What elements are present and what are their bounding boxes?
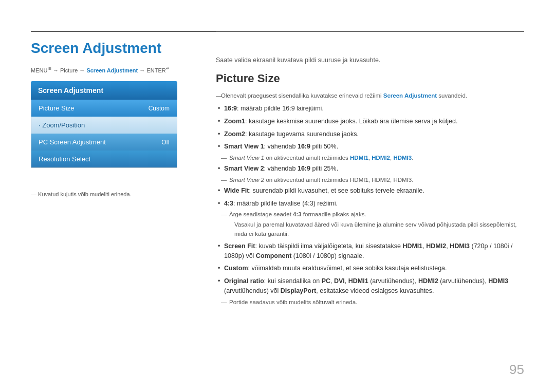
top-divider-right [216,31,524,31]
bullet-screenfit-rest: : kuvab täispildi ilma väljalõigeteta, k… [224,242,512,259]
bullet-list2: Smart View 2: vähendab 16:9 pilti 25%. [216,164,524,174]
intro-text: Saate valida ekraanil kuvatava pildi suu… [216,57,524,64]
screen-adjustment-panel: Screen Adjustment Picture Size Custom · … [31,81,177,168]
bullet-list: 16:9: määrab pildile 16:9 lairejüimi. Zo… [216,104,524,152]
sub-note-ports: Portide saadavus võib mudelits sõltuvalt… [216,299,524,305]
sub-note-smartview2: Smart View 2 on aktiveeritud ainult reži… [216,177,524,183]
bullet-smartview2: Smart View 2: vähendab 16:9 pilti 25%. [216,164,524,174]
breadcrumb-arrow1: → [53,67,60,73]
bullet-smartview2-rest: : vähendab 16:9 pilti 25%. [264,165,339,172]
bullet-zoom2-label: Zoom2 [224,130,245,138]
panel-item-pc-screen-label: PC Screen Adjustment [39,138,106,146]
bullet-original-ratio-label: Original ratio [224,277,264,285]
sub-note-ports-text: Portide saadavus võib mudelits sõltuvalt… [229,299,357,305]
bullet-smartview1: Smart View 1: vähendab 16:9 pilti 50%. [216,142,524,152]
sub-note-43-indented: Vasakul ja paremal kuvatavad ääred või k… [216,220,524,238]
sub-note-smartview1: Smart View 1 on aktiveeritud ainult reži… [216,155,524,161]
breadcrumb-arrow3: → [139,67,146,73]
page-title: Screen Adjustment [31,40,161,57]
sub-note-sv1-text: Smart View 1 on aktiveeritud ainult reži… [229,155,350,161]
bullet-169: 16:9: määrab pildile 16:9 lairejüimi. [216,104,524,114]
section-note: Olenevalt praegusest sisendallika kuvata… [216,92,524,99]
bullet-original-ratio-rest: : kui sisendallika on PC, DVI, HDMI1 (ar… [224,277,508,294]
panel-item-zoom-position[interactable]: · Zoom/Position [31,117,177,134]
bullet-43-rest: : määrab pildile tavalise (4:3) režiimi. [233,200,338,207]
sub-note-sv1-hdmi: HDMI1 [350,155,368,161]
breadcrumb-arrow2: → [79,67,86,73]
bullet-zoom1-label: Zoom1 [224,118,245,125]
bullet-43-label: 4:3 [224,200,233,207]
sub-note-sv1-hdmi2: HDMI2 [372,155,390,161]
bullet-169-label: 16:9 [224,105,237,112]
bullet-zoom2-rest: : kasutage tugevama suurenduse jaoks. [245,130,359,138]
bullet-smartview1-rest: : vähendab 16:9 pilti 50%. [264,143,339,150]
sub-note-43-text: Ärge seadistage seadet 4:3 formaadile pi… [229,211,366,217]
bullet-list4: Screen Fit: kuvab täispildi ilma väljalõ… [216,241,524,296]
breadcrumb: MENUIII → Picture → Screen Adjustment → … [31,66,170,73]
panel-item-pc-screen[interactable]: PC Screen Adjustment Off [31,134,177,151]
bullet-screenfit: Screen Fit: kuvab täispildi ilma väljalõ… [216,241,524,261]
breadcrumb-enter: ENTER↵ [146,67,170,73]
bullet-43: 4:3: määrab pildile tavalise (4:3) režii… [216,199,524,209]
sub-note-sv1-end: . [412,155,413,161]
panel-item-picture-size[interactable]: Picture Size Custom [31,100,177,117]
bullet-smartview1-label: Smart View 1 [224,143,264,150]
breadcrumb-screen-adjustment: Screen Adjustment [86,67,138,73]
sub-note-43-special: Ärge seadistage seadet 4:3 formaadile pi… [216,211,524,217]
sub-note-sv2-hdmi1: HDMI1 [350,177,368,183]
panel-item-pc-screen-value: Off [161,139,170,146]
sub-note-sv2-hdmi3: HDMI3 [393,177,412,183]
breadcrumb-picture: Picture [60,67,78,73]
sub-note-sv2-text: Smart View 2 on aktiveeritud ainult reži… [229,177,350,183]
bullet-list3: Wide Fit: suurendab pildi kuvasuhet, et … [216,186,524,209]
note-suffix: suvandeid. [437,92,467,99]
bullet-zoom1: Zoom1: kasutage keskmise suurenduse jaok… [216,117,524,126]
bullet-widefit-rest: : suurendab pildi kuvasuhet, et see sobi… [249,187,424,194]
bullet-custom-rest: : võimaldab muuta eraldusvõimet, et see … [248,265,447,272]
panel-header: Screen Adjustment [31,81,177,100]
sub-note-sv2-hdmi2: HDMI2 [372,177,390,183]
bullet-smartview2-label: Smart View 2 [224,165,264,172]
breadcrumb-menu: MENUIII [31,67,51,73]
note-prefix: Olenevalt praegusest sisendallika kuvata… [221,92,383,99]
bullet-widefit-label: Wide Fit [224,187,249,194]
panel-item-zoom-position-label: · Zoom/Position [39,121,85,129]
bullet-screenfit-label: Screen Fit [224,242,255,250]
sub-note-sv1-hdmi3: HDMI3 [393,155,412,161]
note-bold: Screen Adjustment [383,92,437,99]
bullet-zoom1-rest: : kasutage keskmise suurenduse jaoks. Lõ… [245,118,457,125]
panel-items: Picture Size Custom · Zoom/Position PC S… [31,100,177,168]
panel-item-resolution-select-label: Resolution Select [39,155,90,163]
bullet-zoom2: Zoom2: kasutage tugevama suurenduse jaok… [216,129,524,139]
panel-item-picture-size-label: Picture Size [39,104,74,112]
bullet-original-ratio: Original ratio: kui sisendallika on PC, … [216,276,524,296]
bullet-custom-label: Custom [224,265,248,272]
footnote-left: Kuvatud kujutis võib mudeliti erineda. [31,191,177,197]
section-title: Picture Size [216,72,524,85]
bullet-custom: Custom: võimaldab muuta eraldusvõimet, e… [216,264,524,273]
bullet-widefit: Wide Fit: suurendab pildi kuvasuhet, et … [216,186,524,196]
sv2-end: . [412,177,413,183]
panel-item-picture-size-value: Custom [149,105,170,112]
bullet-169-rest: : määrab pildile 16:9 lairejüimi. [237,105,324,112]
page-number: 95 [509,362,524,378]
right-content: Saate valida ekraanil kuvatava pildi suu… [216,41,524,308]
panel-item-resolution-select[interactable]: Resolution Select [31,151,177,167]
